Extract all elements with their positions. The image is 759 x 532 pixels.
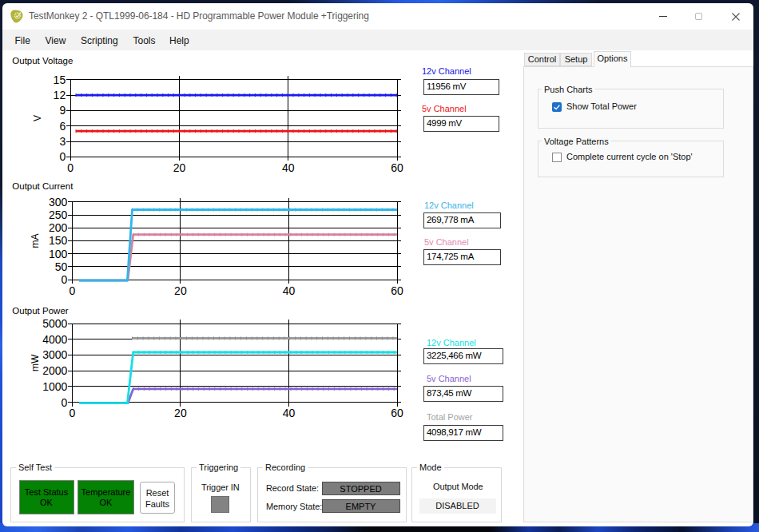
svg-text:9: 9 (59, 104, 66, 117)
svg-text:50: 50 (55, 260, 68, 273)
svg-text:0: 0 (69, 407, 75, 419)
svg-text:0: 0 (62, 273, 68, 286)
svg-text:300: 300 (49, 196, 68, 208)
svg-text:6: 6 (59, 120, 66, 133)
svg-text:60: 60 (391, 161, 403, 174)
svg-text:60: 60 (391, 284, 403, 297)
svg-text:150: 150 (49, 234, 68, 247)
svg-text:200: 200 (49, 221, 68, 234)
svg-text:Output Power: Output Power (12, 306, 68, 316)
svg-text:20: 20 (174, 284, 187, 297)
svg-text:3: 3 (59, 135, 66, 148)
svg-text:40: 40 (283, 407, 296, 419)
svg-text:4000: 4000 (42, 333, 67, 346)
svg-text:mA: mA (30, 233, 41, 248)
svg-text:0: 0 (67, 161, 74, 174)
svg-text:2000: 2000 (42, 364, 67, 377)
svg-text:0: 0 (69, 284, 75, 297)
svg-text:12: 12 (54, 89, 66, 101)
svg-text:20: 20 (173, 161, 186, 174)
svg-text:15: 15 (54, 73, 66, 86)
svg-text:0: 0 (62, 396, 68, 409)
svg-text:100: 100 (49, 248, 68, 260)
svg-text:40: 40 (282, 161, 295, 174)
svg-text:250: 250 (49, 208, 68, 221)
svg-text:20: 20 (174, 407, 187, 419)
svg-text:40: 40 (283, 284, 296, 297)
svg-text:1000: 1000 (42, 380, 67, 393)
svg-text:Output Voltage: Output Voltage (12, 56, 73, 66)
svg-text:60: 60 (391, 407, 403, 419)
svg-text:mW: mW (30, 354, 41, 371)
svg-text:3000: 3000 (42, 348, 67, 361)
svg-text:5000: 5000 (42, 317, 67, 330)
svg-text:V: V (32, 115, 43, 121)
svg-text:0: 0 (59, 150, 66, 163)
svg-text:Output Current: Output Current (12, 181, 74, 191)
